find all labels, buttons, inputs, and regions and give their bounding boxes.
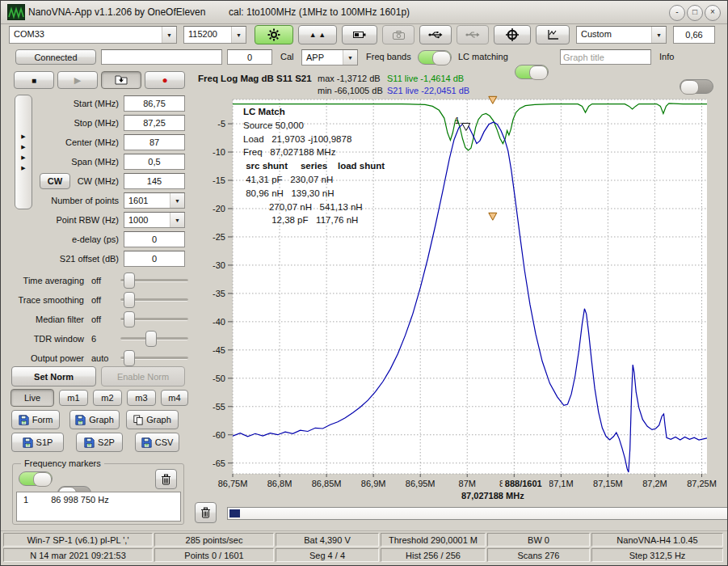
- m3-button[interactable]: m3: [127, 390, 156, 406]
- cw-input[interactable]: [124, 173, 185, 189]
- copy-graph-button[interactable]: Graph: [126, 410, 179, 429]
- chevron-down-icon[interactable]: ▼: [170, 213, 184, 227]
- save-csv-button[interactable]: CSV: [135, 433, 179, 452]
- tdr-window-slider[interactable]: [120, 331, 188, 345]
- cal-mode-select[interactable]: APP ▼: [301, 49, 358, 65]
- trace-smoothing-label: Trace smoothing: [7, 295, 84, 305]
- sweep-points-label: 888/1601: [505, 479, 542, 488]
- maximize-button[interactable]: □: [687, 5, 703, 21]
- usb-disconnect-button[interactable]: [457, 25, 489, 44]
- battery-button[interactable]: [342, 25, 377, 44]
- record-button[interactable]: ●: [145, 71, 185, 89]
- slider-thumb[interactable]: [145, 331, 157, 347]
- slider-thumb[interactable]: [124, 350, 135, 366]
- slider-thumb[interactable]: [124, 292, 135, 308]
- m2-button[interactable]: m2: [93, 390, 122, 406]
- baud-value: 115200: [184, 27, 231, 43]
- output-power-slider[interactable]: [120, 350, 188, 365]
- s21-offset-input[interactable]: [124, 251, 185, 267]
- settings-button[interactable]: [255, 25, 293, 44]
- edelay-input[interactable]: [124, 231, 185, 247]
- command-input[interactable]: [101, 49, 222, 65]
- sidebar: ■ ▶ ● ▶ ▶ ▶ ▶ Start (MHz) Stop (MHz) Cen…: [7, 70, 188, 530]
- trace-smoothing-slider[interactable]: [120, 292, 188, 306]
- play-button[interactable]: ▶: [57, 71, 98, 89]
- open-folder-button[interactable]: [101, 71, 141, 89]
- x-axis-label: 87,15M: [593, 479, 623, 488]
- save-s2p-button[interactable]: S2P: [76, 433, 123, 452]
- marker-list-item[interactable]: 1 86 998 750 Hz: [17, 492, 180, 505]
- stop-label: Stop (MHz): [7, 118, 119, 128]
- sidebar-expander[interactable]: ▶ ▶ ▶ ▶: [15, 95, 32, 209]
- sweep-position-thumb[interactable]: [229, 509, 240, 517]
- save-graph-button[interactable]: Graph: [69, 410, 120, 429]
- y-axis-label: -15: [213, 175, 225, 185]
- median-filter-value: off: [91, 315, 101, 324]
- connected-button[interactable]: Connected: [15, 49, 96, 65]
- battery-icon: [353, 31, 366, 39]
- x-axis-label: 86,8M: [267, 479, 292, 488]
- stop-input[interactable]: [124, 115, 185, 131]
- status-threshold: Threshold 290,0001 M: [381, 533, 486, 547]
- status-points: Points 0 / 1601: [154, 548, 274, 562]
- stop-button[interactable]: ■: [14, 71, 54, 89]
- y-axis-label: -35: [213, 289, 225, 298]
- rbw-select[interactable]: 1000 ▼: [124, 212, 185, 228]
- live-button[interactable]: Live: [11, 389, 54, 407]
- span-input[interactable]: [124, 154, 185, 170]
- slider-thumb[interactable]: [124, 311, 135, 327]
- save-form-label: Form: [32, 415, 53, 424]
- usb-connect-button[interactable]: [419, 25, 452, 44]
- markers-toggle-1[interactable]: [19, 471, 53, 486]
- points-select[interactable]: 1601 ▼: [124, 192, 185, 209]
- freq-bands-toggle[interactable]: [418, 50, 452, 65]
- minimize-button[interactable]: -: [669, 5, 685, 21]
- time-averaging-slider[interactable]: [120, 272, 188, 287]
- com-port-select[interactable]: COM33 ▼: [9, 26, 177, 44]
- screenshot-button[interactable]: [382, 25, 414, 44]
- slider-thumb[interactable]: [124, 272, 135, 289]
- chevron-down-icon[interactable]: ▼: [231, 27, 246, 43]
- stop-icon: ■: [32, 76, 36, 85]
- trash-icon: [200, 507, 211, 518]
- m1-button[interactable]: m1: [59, 390, 88, 406]
- sweep-scrollbar[interactable]: [227, 507, 728, 520]
- save-form-button[interactable]: Form: [11, 410, 60, 429]
- marker-1-label: 1.: [455, 116, 462, 125]
- sweep-up-button[interactable]: ▲ ▲: [298, 25, 337, 44]
- floppy-icon: [75, 415, 86, 425]
- center-input[interactable]: [124, 134, 185, 150]
- save-s2p-label: S2P: [98, 437, 115, 447]
- status-datetime: N 14 mar 2021 09:21:53: [3, 548, 153, 562]
- chevron-down-icon[interactable]: ▼: [651, 27, 666, 43]
- preset-select[interactable]: Custom ▼: [576, 26, 667, 44]
- baud-select[interactable]: 115200 ▼: [183, 26, 246, 44]
- scale-value-input[interactable]: [673, 26, 715, 44]
- marker-index: 1: [23, 495, 28, 505]
- graph-title-input[interactable]: [560, 49, 651, 65]
- time-averaging-label: Time averaging: [7, 276, 84, 285]
- chevron-down-icon[interactable]: ▼: [170, 193, 184, 208]
- status-scans: Scans 276: [487, 548, 590, 562]
- save-s1p-button[interactable]: S1P: [11, 433, 64, 452]
- m4-button[interactable]: m4: [161, 390, 188, 406]
- y-axis-label: -40: [213, 317, 225, 327]
- calibration-button[interactable]: [494, 25, 531, 44]
- copy-icon: [133, 415, 143, 425]
- x-axis-label: 87,1M: [549, 479, 574, 488]
- graph-settings-button[interactable]: [536, 25, 570, 44]
- set-norm-button[interactable]: Set Norm: [11, 366, 96, 386]
- value-input[interactable]: [227, 49, 272, 65]
- clear-chart-button[interactable]: [195, 502, 217, 523]
- close-button[interactable]: ×: [705, 5, 721, 21]
- output-power-value: auto: [91, 353, 108, 363]
- delete-markers-button[interactable]: [155, 469, 177, 489]
- median-filter-slider[interactable]: [120, 311, 188, 326]
- start-label: Start (MHz): [7, 99, 119, 108]
- marker-list[interactable]: 1 86 998 750 Hz: [16, 492, 181, 522]
- start-input[interactable]: [124, 95, 185, 112]
- enable-norm-button[interactable]: Enable Norm: [101, 366, 185, 386]
- chevron-down-icon[interactable]: ▼: [343, 50, 357, 65]
- chevron-down-icon[interactable]: ▼: [162, 27, 176, 43]
- floppy-icon: [141, 437, 152, 448]
